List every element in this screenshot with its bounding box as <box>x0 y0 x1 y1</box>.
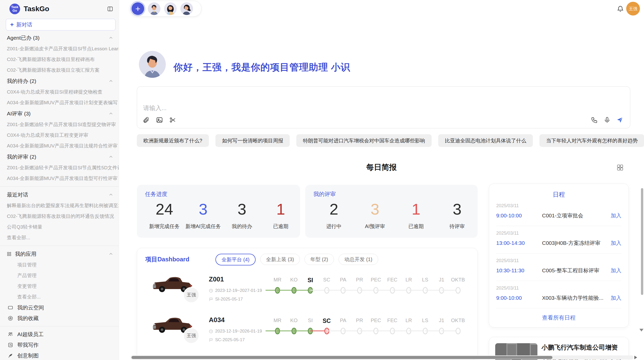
plus-icon: + <box>10 21 14 28</box>
divider <box>0 326 119 326</box>
layout-grid-icon[interactable] <box>617 164 624 171</box>
recent-section-header[interactable]: 最近对话 <box>0 189 119 200</box>
dashboard-tab[interactable]: 动总开发 (1) <box>339 254 378 265</box>
sidebar-item[interactable]: C0X4-动力总成开发项目SI里程碑提交物检查 <box>0 87 119 97</box>
milestone-label: FEC <box>387 277 398 283</box>
sidebar-item[interactable]: C02-飞腾新能源轻客改款项目立项汇报方案 <box>0 65 119 76</box>
suggestion-chip[interactable]: 比亚迪全固态电池计划具体说了什么 <box>438 134 533 147</box>
chevron-up-icon <box>109 111 113 116</box>
sidebar-app-item[interactable]: 查看全部... <box>0 292 119 302</box>
join-meeting-link[interactable]: 加入 <box>611 294 621 302</box>
cloud-space-icon <box>8 305 13 310</box>
recent-conversation-item[interactable]: 解释最新出台的欧盟报废车法规再生塑料比例被调至15%... <box>0 200 119 211</box>
sidebar-section-header[interactable]: Agent已办 (3) <box>0 32 119 43</box>
sidebar-item[interactable]: C0X4-动力总成开发项目工程变更评审 <box>0 130 119 141</box>
divider <box>0 186 119 187</box>
project-code[interactable]: A034 <box>209 316 225 324</box>
user-avatar[interactable]: 王强 <box>626 2 640 16</box>
add-conversation-button[interactable]: + <box>131 2 144 15</box>
sidebar-item-my-apps[interactable]: 我的应用 <box>0 248 119 260</box>
view-all-schedule-link[interactable]: 查看所有日程 <box>496 314 621 322</box>
scroll-right-arrow[interactable] <box>634 356 637 359</box>
send-icon[interactable] <box>616 116 623 124</box>
sidebar-item[interactable]: Z001-全新燃油轻卡产品开发项目SI节点属性5D文件评审 <box>0 162 119 173</box>
flag-icon <box>209 297 213 302</box>
horizontal-scrollbar-thumb[interactable] <box>131 356 552 359</box>
ai-employee-label: AI超级员工 <box>17 331 44 338</box>
dashboard-tab[interactable]: 全新平台 (4) <box>215 254 256 265</box>
join-meeting-link[interactable]: 加入 <box>611 239 621 247</box>
sidebar-section-header[interactable]: 我的评审 (2) <box>0 151 119 162</box>
sidebar-section-header[interactable]: 我的待办 (2) <box>0 76 119 87</box>
sidebar-item[interactable]: A034-全新新能源MUV产品开发项目计划变更表编写 <box>0 97 119 108</box>
join-meeting-link[interactable]: 加入 <box>611 267 621 274</box>
stat-cell: 1已逾期 <box>261 200 300 230</box>
recent-conversation-item[interactable]: 公司Q3轻卡销量 <box>0 222 119 232</box>
scissors-icon[interactable] <box>169 116 176 124</box>
stat-label: 进行中 <box>313 223 355 230</box>
clock-icon <box>209 289 213 293</box>
stat-value: 24 <box>145 200 184 218</box>
schedule-time: 9:00-10:00 <box>496 213 542 219</box>
writing-icon <box>8 342 13 348</box>
sidebar-item[interactable]: Z001-全新燃油轻卡产品开发项目SI造型提交物评审 <box>0 119 119 130</box>
sidebar-item-ai-employee[interactable]: AI超级员工 <box>0 329 119 340</box>
schedule-date: 2025/03/11 <box>496 203 621 208</box>
chat-input-placeholder: 请输入... <box>143 104 167 112</box>
milestone-label: LS <box>422 318 428 323</box>
image-icon[interactable] <box>156 116 163 124</box>
view-all-conversations-link[interactable]: 查看全部... <box>0 232 119 243</box>
suggestion-chip[interactable]: 特朗普可能对进口汽车增税会对中国车企造成哪些影响 <box>296 134 432 147</box>
stat-label: 已逾期 <box>396 223 437 230</box>
stat-value: 1 <box>261 200 300 218</box>
chat-input[interactable]: 请输入... <box>137 86 630 128</box>
apps-grid-icon <box>7 252 11 256</box>
project-code[interactable]: Z001 <box>209 275 224 283</box>
milestone-label: LR <box>405 277 412 283</box>
stats-grid: 2进行中3AI预评审1已逾期3待评审 <box>313 200 478 230</box>
suggestion-chip[interactable]: 当下年轻人对汽车外观有怎样的喜好趋势 <box>539 134 644 147</box>
recent-conversation-item[interactable]: C02-飞腾新能源轻客改款项目的闭环通告反馈情况 <box>0 211 119 222</box>
main-area: + <box>119 0 644 360</box>
composer-right-icons <box>591 116 623 124</box>
milestone-label: MR <box>273 318 281 323</box>
chevron-up-icon <box>109 36 113 40</box>
agent-avatar-1[interactable] <box>148 2 160 15</box>
agent-avatar-3[interactable] <box>180 2 193 15</box>
phone-call-icon[interactable] <box>591 116 598 124</box>
notifications-bell-icon[interactable] <box>617 5 624 12</box>
sidebar-collapse-icon[interactable] <box>107 6 113 12</box>
sidebar-item[interactable]: A034-全新新能源MUV产品开发项目法规符合性评审 <box>0 141 119 151</box>
vertical-scrollbar-thumb[interactable] <box>641 188 643 295</box>
dashboard-tab[interactable]: 年型 (2) <box>304 254 334 265</box>
sidebar-item[interactable]: Z001-全新燃油皮卡产品开发项目SI节点Lesson Learn报告 <box>0 43 119 54</box>
sidebar-app-item[interactable]: 产品管理 <box>0 270 119 281</box>
schedule-line: 9:00-10:00C001-立项审批会加入 <box>496 212 621 219</box>
sidebar-item[interactable]: A034-全新新能源MUV产品开发项目造型可行性评审 <box>0 173 119 184</box>
dashboard-tab[interactable]: 全新上装 (3) <box>260 254 300 265</box>
dashboard-title: 项目Dashboard <box>145 255 189 263</box>
sidebar-app-item[interactable]: 项目管理 <box>0 260 119 270</box>
schedule-title: 日程 <box>496 190 621 199</box>
sidebar-section-header[interactable]: AI评审 (3) <box>0 108 119 119</box>
scroll-down-arrow[interactable] <box>639 329 643 332</box>
agent-avatar-2[interactable] <box>164 2 177 15</box>
join-meeting-link[interactable]: 加入 <box>611 212 621 219</box>
sidebar-item-creative-draw[interactable]: 创意制图 <box>0 350 119 360</box>
microphone-icon[interactable] <box>604 116 611 124</box>
stats-card: 任务进度24新增完成任务3新增AI完成任务3我的待办1已逾期 <box>137 185 300 238</box>
suggestion-chip[interactable]: 如何写一份清晰的项目周报 <box>215 134 290 147</box>
new-chat-button[interactable]: + 新对话 <box>6 19 115 31</box>
sidebar-item-cloud-space[interactable]: 我的云空间 <box>0 302 119 313</box>
sidebar-app-item[interactable]: 变更管理 <box>0 281 119 292</box>
schedule-time: 10:30-11:30 <box>496 267 542 274</box>
attachment-icon[interactable] <box>143 116 150 124</box>
sidebar-item[interactable]: C02-飞腾新能源轻客改款项目里程碑画布 <box>0 54 119 65</box>
schedule-card: 日程 2025/03/119:00-10:00C001-立项审批会加入2025/… <box>489 184 629 327</box>
sidebar-item-help-write[interactable]: 帮我写作 <box>0 340 119 350</box>
composer-left-icons <box>143 116 176 124</box>
sidebar-item-favorites[interactable]: 我的收藏 <box>0 313 119 324</box>
chevron-up-icon <box>109 79 113 83</box>
suggestion-chip[interactable]: 欧洲新规最近颁布了什么? <box>137 134 209 147</box>
conversation-switcher: + <box>130 1 201 17</box>
